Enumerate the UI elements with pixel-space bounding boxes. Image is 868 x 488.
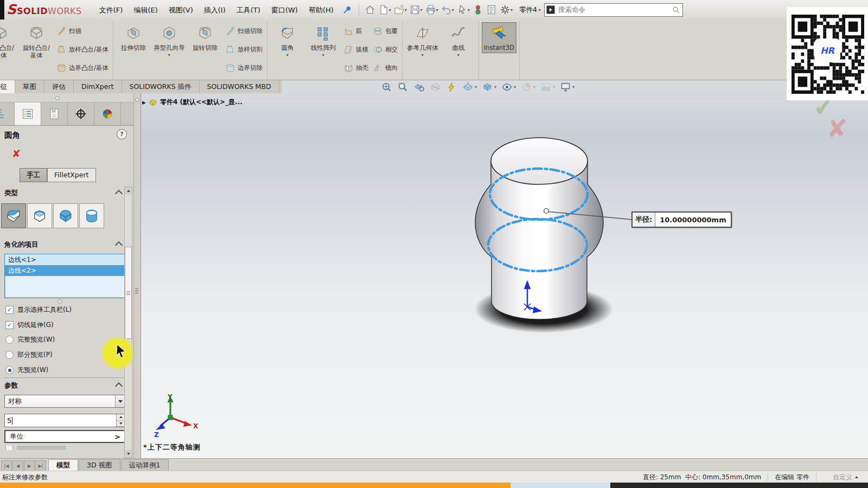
menu-item[interactable]: 视图(V): [163, 1, 199, 20]
command-tab-草图[interactable]: 草图: [15, 80, 44, 93]
constant-size-fillet-button[interactable]: [1, 203, 26, 228]
document-tab-3D 视图[interactable]: 3D 视图: [79, 459, 120, 471]
chevron-down-icon[interactable]: ▾: [422, 53, 424, 57]
menu-item[interactable]: 文件(F): [94, 1, 129, 20]
ribbon-hole-wizard-button[interactable]: 异型孔向导▾: [152, 22, 187, 59]
edge-list-item[interactable]: 边线<1>: [5, 254, 126, 265]
tab-scroll-icon[interactable]: ◀: [12, 460, 23, 471]
menu-item[interactable]: 编辑(E): [128, 1, 163, 20]
chevron-down-icon[interactable]: ▾: [457, 53, 459, 57]
scrollbar-thumb[interactable]: [125, 247, 132, 339]
ribbon-boundary-button[interactable]: 边界凸台/基体: [55, 60, 110, 76]
variable-size-fillet-button[interactable]: [27, 203, 52, 228]
ribbon-boundary-cut-button[interactable]: 边界切除: [224, 60, 264, 76]
display-style-button[interactable]: ▾: [482, 81, 496, 93]
apply-scene-button[interactable]: ▾: [540, 81, 555, 93]
edge-list-item[interactable]: 边线<2>: [5, 265, 126, 276]
scroll-up-icon[interactable]: [125, 187, 132, 195]
command-tab-评估[interactable]: 评估: [44, 80, 74, 93]
ribbon-curves-button[interactable]: 曲线▾: [441, 22, 476, 59]
chevron-down-icon[interactable]: ▾: [510, 8, 513, 12]
edge-selection-list[interactable]: 边线<1>边线<2>: [4, 254, 127, 298]
face-fillet-button[interactable]: [53, 203, 78, 228]
manager-tab-feature-manager[interactable]: [0, 102, 15, 125]
chevron-down-icon[interactable]: ▾: [572, 85, 575, 89]
manager-tab-configuration-manager[interactable]: [41, 102, 68, 125]
document-tab-运动算例1[interactable]: 运动算例1: [121, 459, 169, 471]
menu-item[interactable]: 帮助(H): [303, 1, 339, 20]
command-tab-SOLIDWORKS MBD[interactable]: SOLIDWORKS MBD: [200, 80, 279, 93]
menu-item[interactable]: 插入(I): [199, 1, 231, 20]
checkbox-row[interactable]: ✓显示选择工具栏(L): [5, 305, 72, 314]
pin-icon[interactable]: [342, 5, 352, 15]
chevron-down-icon[interactable]: ▾: [475, 85, 477, 89]
document-switch-button[interactable]: 零件4 ▾: [519, 5, 541, 15]
radio-row[interactable]: 无预览(W): [5, 365, 48, 375]
chevron-down-icon[interactable]: ▾: [322, 53, 324, 57]
graphics-viewport[interactable]: ▶ 零件4 (默认<<默认>_显... ✔ ✘ 半径: 10.00000000m…: [140, 93, 868, 458]
ribbon-instant3d-button[interactable]: Instant3D: [482, 22, 516, 53]
checkbox-icon[interactable]: ✓: [5, 306, 14, 314]
open-file-button[interactable]: ▾: [393, 3, 408, 16]
cancel-ghost-icon[interactable]: ✘: [827, 114, 848, 143]
ribbon-mirror-button[interactable]: 镜向: [371, 60, 399, 76]
checkbox-row[interactable]: ✓切线延伸(G): [5, 320, 54, 330]
full-round-fillet-button[interactable]: [79, 203, 104, 228]
file-properties-button[interactable]: [485, 3, 498, 16]
select-button[interactable]: ▾: [456, 3, 471, 16]
video-progress-bar[interactable]: [0, 483, 868, 488]
view-orientation-button[interactable]: ▾: [462, 81, 477, 93]
command-search-box[interactable]: 搜索命令: [544, 3, 683, 17]
previous-view-button[interactable]: [413, 81, 425, 93]
edit-appearance-button[interactable]: ▾: [521, 81, 535, 93]
document-tab-模型[interactable]: 模型: [48, 459, 78, 471]
ribbon-intersect-button[interactable]: 相交: [371, 42, 399, 57]
radius-callout[interactable]: 半径: 10.00000000mm: [631, 211, 732, 228]
ribbon-reference-geometry-button[interactable]: 参考几何体▾: [405, 22, 440, 59]
scroll-down-icon[interactable]: [125, 450, 132, 458]
home-button[interactable]: [363, 3, 376, 16]
radio-icon[interactable]: [5, 351, 14, 359]
collapse-chevron-icon[interactable]: [115, 382, 123, 390]
panel-splitter-handle[interactable]: [55, 96, 60, 100]
radius-callout-value[interactable]: 10.00000000mm: [655, 213, 730, 227]
collapse-chevron-icon[interactable]: [115, 241, 123, 249]
mode-tab-FilletXpert[interactable]: FilletXpert: [47, 168, 96, 182]
tab-scroll-icon[interactable]: ▶|: [35, 460, 46, 471]
rebuild-button[interactable]: [471, 3, 484, 16]
radio-icon[interactable]: [5, 336, 14, 344]
radius-input[interactable]: 5: [4, 414, 126, 427]
ribbon-revolve-boss-button[interactable]: 旋转凸台/基体: [19, 22, 54, 60]
ribbon-draft-button[interactable]: 拔模: [342, 42, 370, 57]
radio-row[interactable]: 完整预览(W): [5, 335, 55, 344]
chevron-down-icon[interactable]: ▾: [286, 53, 289, 57]
ribbon-sweep-cut-button[interactable]: 扫描切除: [224, 23, 264, 39]
new-file-button[interactable]: ▾: [377, 3, 392, 16]
help-icon[interactable]: ?: [117, 129, 127, 139]
chevron-down-icon[interactable]: ▾: [494, 85, 496, 89]
command-tab-DimXpert[interactable]: DimXpert: [74, 80, 122, 93]
ribbon-loft-button[interactable]: 放样凸台/基体: [55, 42, 110, 57]
zoom-fit-button[interactable]: [381, 81, 392, 93]
ribbon-fillet-button[interactable]: 圆角▾: [270, 22, 305, 59]
chevron-down-icon[interactable]: ▾: [436, 8, 438, 12]
search-icon[interactable]: [672, 5, 680, 14]
search-flyout-icon[interactable]: [546, 5, 556, 15]
command-tab-特征[interactable]: 特征: [0, 80, 15, 93]
view-wizard-button[interactable]: [446, 81, 457, 93]
flyout-feature-tree[interactable]: ▶ 零件4 (默认<<默认>_显...: [142, 98, 242, 107]
print-button[interactable]: ▾: [424, 3, 439, 16]
manager-tab-dimxpert-manager[interactable]: [68, 102, 94, 125]
chevron-down-icon[interactable]: ▾: [468, 8, 470, 12]
panel-scrollbar[interactable]: [124, 187, 132, 458]
hide-show-items-button[interactable]: ▾: [501, 81, 516, 93]
panel-viewport-splitter[interactable]: [133, 93, 141, 458]
cancel-button[interactable]: ✘: [12, 147, 21, 159]
undo-button[interactable]: ▾: [440, 3, 455, 16]
manager-tab-property-manager[interactable]: [15, 102, 41, 125]
chevron-down-icon[interactable]: ▾: [514, 85, 516, 89]
ribbon-shell-button[interactable]: 抽壳: [342, 60, 370, 76]
chevron-down-icon[interactable]: ▾: [553, 85, 555, 89]
section-view-button[interactable]: [430, 81, 441, 93]
ribbon-extrude-boss-button[interactable]: 拉伸凸台/基体: [0, 22, 18, 60]
